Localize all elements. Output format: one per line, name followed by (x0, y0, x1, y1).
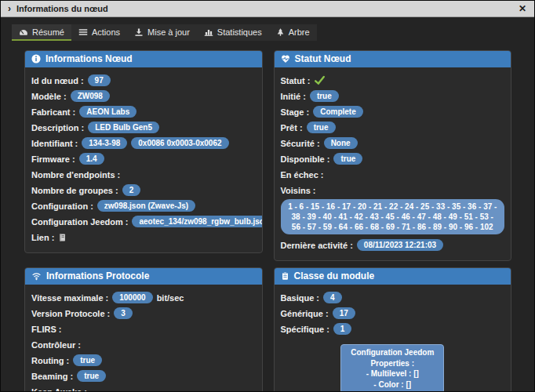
field-label: Initié : (281, 92, 306, 101)
field-label: Spécifique : (281, 325, 329, 334)
panel-module-class-header: Classe du module (275, 268, 511, 285)
field-row-voisins: Voisins : (281, 184, 505, 196)
field-label: Prêt : (281, 123, 303, 132)
field-row-statut: Statut : (281, 74, 505, 86)
tree-icon (276, 27, 285, 37)
neighbors-badge: 1 - 6 - 15 - 16 - 17 - 20 - 21 - 22 - 24… (281, 199, 505, 234)
panel-node-info-body: Id du nœud :97Modèle :ZW098Fabricant :AE… (25, 67, 262, 252)
panel-node-status-title: Statut Nœud (295, 53, 351, 64)
value-badge: 17 (333, 307, 355, 319)
tab-label: Mise à jour (147, 27, 190, 37)
value-badge: Complete (313, 106, 363, 118)
field-label: Vitesse maximale : (31, 293, 108, 303)
field-row-basique: Basique :4 (281, 292, 505, 303)
tab-resume[interactable]: Résumé (12, 24, 71, 41)
value-badge: 1.4 (79, 153, 104, 165)
field-label: Basique : (281, 293, 320, 303)
gauge-icon (19, 27, 28, 37)
value-badge: 3 (114, 307, 133, 319)
field-row-routing: Routing :true (31, 354, 256, 366)
field-row-flirs: FLIRS : (31, 323, 256, 335)
field-label: Disponible : (281, 154, 330, 164)
panel-module-class: Classe du module Basique :4Générique :17… (274, 267, 512, 392)
list-icon (78, 27, 88, 37)
field-row-firmware: Firmware :1.4 (31, 153, 256, 165)
field-row-lien: Lien : (31, 231, 256, 243)
field-row-generique: Générique :17 (281, 307, 505, 319)
value-badge: AEON Labs (79, 106, 136, 118)
tab-actions[interactable]: Actions (71, 24, 127, 41)
field-row-derniere-activite: Dernière activité :08/11/2023 12:21:03 (281, 239, 505, 251)
field-label: Keep Awake : (31, 387, 87, 392)
panel-protocol-info-title: Informations Protocole (46, 270, 149, 281)
field-row-configuration-jeedom: Configuration Jeedom :aeotec_134/zw098_r… (31, 216, 256, 227)
panel-module-class-title: Classe du module (294, 270, 375, 281)
panel-module-class-body: Basique :4Générique :17Spécifique :1Conf… (275, 285, 511, 392)
wifi-icon (31, 271, 42, 281)
tab-label: Actions (92, 27, 120, 37)
value-badge: true (333, 153, 362, 165)
field-label: Beaming : (31, 372, 73, 381)
field-row-identifiant: Identifiant :134-3-980x0086 0x0003-0x006… (31, 137, 256, 149)
field-label: Voisins : (281, 186, 316, 195)
tab-label: Statistiques (217, 27, 262, 37)
chevron-right-icon: › (8, 4, 11, 13)
field-row-description: Description :LED Bulb Gen5 (31, 122, 256, 133)
field-label: Stage : (281, 107, 310, 117)
value-badge: 97 (88, 74, 111, 86)
book-icon[interactable] (58, 233, 67, 242)
value-badge: aeotec_134/zw098_rgbw_bulb.json (132, 216, 262, 227)
field-row-securite: Sécurité :None (281, 137, 505, 149)
heartbeat-icon (281, 54, 290, 64)
field-label: Identifiant : (31, 139, 78, 148)
field-label: Firmware : (31, 154, 75, 164)
field-label: Configuration : (31, 201, 93, 211)
field-row-modele: Modèle :ZW098 (31, 90, 256, 102)
panel-protocol-info-header: Informations Protocole (25, 268, 262, 285)
field-label: FLIRS : (31, 325, 62, 334)
value-badge: true (310, 90, 339, 102)
close-icon[interactable]: ✕ (519, 4, 526, 13)
value-badge: zw098.json (Zwave-Js) (97, 200, 195, 212)
tab-statistiques[interactable]: Statistiques (197, 24, 269, 41)
panel-node-status-body: Statut :Initié :trueStage :CompletePrêt … (275, 67, 511, 260)
value-badge: 0x0086 0x0003-0x0062 (131, 137, 228, 149)
dialog-title: Informations du nœud (16, 4, 108, 13)
info-button-line: Properties : (351, 358, 434, 369)
download-icon (134, 27, 144, 37)
field-label: Dernière activité : (281, 241, 353, 250)
value-badge: 2 (122, 184, 141, 196)
panel-protocol-info-body: Vitesse maximale :100000bit/secVersion P… (25, 285, 262, 392)
field-label: En échec : (281, 170, 324, 180)
field-label: Modèle : (31, 92, 67, 101)
field-row-pret: Prêt :true (281, 122, 505, 133)
field-label: Lien : (31, 233, 54, 242)
panel-node-info: Informations Nœud Id du nœud :97Modèle :… (24, 50, 263, 253)
tab-mise-a-jour[interactable]: Mise à jour (127, 24, 197, 41)
field-row-beaming: Beaming :true (31, 370, 256, 382)
panel-node-status: Statut Nœud Statut :Initié :trueStage :C… (274, 50, 512, 261)
tab-arbre[interactable]: Arbre (269, 24, 317, 41)
field-row-initie: Initié :true (281, 90, 505, 102)
check-icon (314, 75, 326, 85)
field-row-fabricant: Fabricant :AEON Labs (31, 106, 256, 118)
panels-grid: Informations Nœud Id du nœud :97Modèle :… (24, 50, 511, 392)
dialog-titlebar: › Informations du nœud ✕ (1, 1, 534, 17)
field-row-nombre-d-endpoints: Nombre d'endpoints : (31, 169, 256, 180)
value-badge: true (307, 122, 336, 133)
field-row-keep-awake: Keep Awake : (31, 386, 256, 392)
value-badge: ZW098 (71, 90, 110, 102)
field-label: Fabricant : (31, 107, 75, 117)
field-label: Nombre de groupes : (31, 186, 118, 195)
field-row-version-protocole: Version Protocole :3 (31, 307, 256, 319)
tab-label: Résumé (32, 27, 64, 37)
field-row-configuration: Configuration :zw098.json (Zwave-Js) (31, 200, 256, 212)
field-row-disponible: Disponible :true (281, 153, 505, 165)
tab-label: Arbre (289, 27, 310, 37)
field-row-stage: Stage :Complete (281, 106, 505, 118)
chart-icon (204, 27, 213, 37)
value-badge: 100000 (112, 292, 152, 303)
info-icon (31, 54, 41, 64)
panel-node-info-header: Informations Nœud (25, 51, 262, 67)
value-badge: true (77, 370, 106, 382)
